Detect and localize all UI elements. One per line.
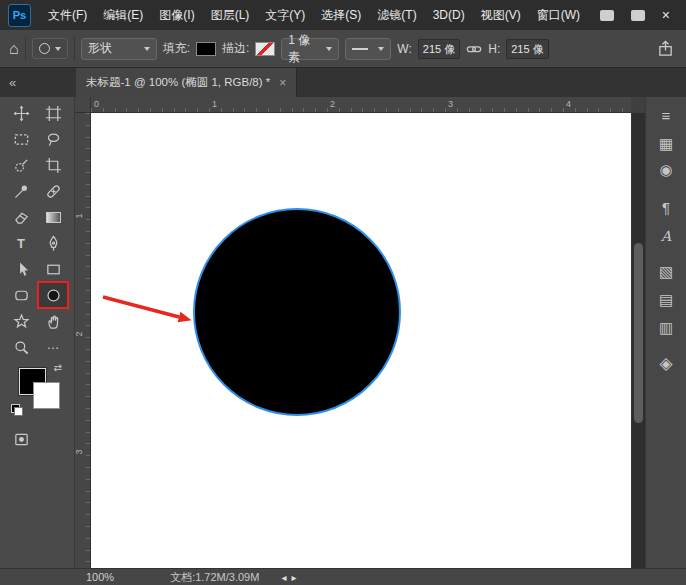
swatches-panel-icon[interactable]: ◉	[646, 159, 686, 181]
adjustments-panel-icon[interactable]: ▧	[646, 261, 686, 283]
hand-tool[interactable]	[37, 308, 69, 334]
status-nav: ◂ ▸	[281, 572, 296, 583]
gradient-icon	[46, 212, 61, 223]
info-panel-icon[interactable]: ▥	[646, 317, 686, 339]
double-chevron-icon: «	[9, 75, 16, 90]
close-button[interactable]: ×	[662, 8, 670, 22]
move-tool[interactable]	[5, 100, 37, 126]
annotation-highlight-box	[37, 281, 69, 309]
type-tool[interactable]: T	[5, 230, 37, 256]
document-canvas[interactable]	[91, 113, 631, 568]
minimize-button[interactable]	[600, 10, 614, 21]
horizontal-ruler[interactable]: 0 1 2 3 4	[91, 97, 631, 113]
menu-edit[interactable]: 编辑(E)	[95, 0, 151, 30]
paragraph-panel-icon[interactable]: ¶	[646, 197, 686, 219]
menu-select[interactable]: 选择(S)	[313, 0, 369, 30]
ruler-number: 2	[330, 99, 335, 109]
tool-preset-picker[interactable]	[32, 38, 68, 59]
lasso-tool[interactable]	[37, 126, 69, 152]
canvas-area: 0 1 2 3 4 1 2 3	[75, 97, 645, 568]
custom-shape-tool[interactable]	[5, 308, 37, 334]
pen-tool[interactable]	[37, 230, 69, 256]
ruler-number: 3	[448, 99, 453, 109]
background-color-swatch[interactable]	[33, 382, 60, 409]
photoshop-logo-icon: Ps	[8, 4, 31, 27]
status-right-arrow-icon[interactable]: ▸	[291, 572, 296, 583]
menu-layer[interactable]: 图层(L)	[203, 0, 258, 30]
menu-filter[interactable]: 滤镜(T)	[369, 0, 424, 30]
ruler-number: 1	[212, 99, 217, 109]
path-selection-tool[interactable]	[5, 256, 37, 282]
eyedropper-tool[interactable]	[5, 178, 37, 204]
vertical-scrollbar[interactable]	[631, 113, 645, 568]
crop-tool[interactable]	[37, 152, 69, 178]
menu-window[interactable]: 窗口(W)	[529, 0, 588, 30]
stroke-width-value: 1 像素	[288, 32, 318, 66]
link-dimensions-icon[interactable]	[466, 41, 482, 57]
rectangular-marquee-tool[interactable]	[5, 126, 37, 152]
swap-colors-icon[interactable]: ⇄	[54, 362, 62, 373]
properties-panel-icon[interactable]: ≡	[646, 105, 686, 127]
ellipse-shape[interactable]	[193, 208, 401, 416]
zoom-tool[interactable]	[5, 334, 37, 360]
quick-mask-button[interactable]	[5, 426, 37, 452]
status-left-arrow-icon[interactable]: ◂	[281, 572, 286, 583]
ruler-number: 3	[75, 449, 84, 454]
collapse-toolbar-chevron[interactable]: «	[0, 68, 76, 97]
menu-view[interactable]: 视图(V)	[473, 0, 529, 30]
color-grid-panel-icon[interactable]: ▦	[646, 133, 686, 155]
quick-selection-tool[interactable]	[5, 152, 37, 178]
menu-file[interactable]: 文件(F)	[40, 0, 95, 30]
shape-width-input[interactable]: 215 像	[418, 39, 460, 59]
status-bar: 100% 文档:1.72M/3.09M ◂ ▸	[0, 568, 686, 585]
chevron-down-icon	[55, 47, 61, 51]
artboard-tool[interactable]	[37, 100, 69, 126]
libraries-panel-icon[interactable]: ▤	[646, 289, 686, 311]
stroke-color-swatch[interactable]	[255, 42, 275, 56]
chevron-down-icon	[378, 47, 384, 51]
stroke-label: 描边:	[222, 40, 249, 57]
ruler-number: 4	[566, 99, 571, 109]
rectangle-tool[interactable]	[37, 256, 69, 282]
tool-mode-value: 形状	[88, 40, 112, 57]
menu-type[interactable]: 文字(Y)	[257, 0, 313, 30]
ruler-corner[interactable]	[75, 97, 91, 113]
stroke-style-select[interactable]	[345, 38, 391, 60]
document-tab-bar: « 未标题-1 @ 100% (椭圆 1, RGB/8) * ×	[0, 68, 686, 97]
tool-options-bar: ⌂ 形状 填充: 描边: 1 像素 W: 215 像	[0, 30, 686, 68]
screen-mode-spacer	[37, 426, 69, 452]
scrollbar-thumb[interactable]	[634, 243, 643, 423]
rounded-rectangle-tool[interactable]	[5, 282, 37, 308]
default-colors-icon[interactable]	[11, 404, 23, 416]
separator	[25, 37, 26, 61]
shape-height-input[interactable]: 215 像	[506, 39, 548, 59]
height-label: H:	[488, 42, 500, 56]
share-icon[interactable]	[657, 40, 674, 57]
workspace: T	[0, 97, 686, 568]
tab-close-icon[interactable]: ×	[279, 76, 286, 90]
type-tool-icon: T	[17, 237, 25, 250]
menu-bar: Ps 文件(F) 编辑(E) 图像(I) 图层(L) 文字(Y) 选择(S) 滤…	[0, 0, 686, 30]
fill-label: 填充:	[163, 40, 190, 57]
home-icon[interactable]: ⌂	[9, 41, 19, 57]
glyphs-panel-icon[interactable]: A	[646, 225, 686, 247]
ellipsis-icon: …	[47, 338, 60, 351]
stroke-width-select[interactable]: 1 像素	[281, 38, 339, 60]
stroke-style-line-icon	[352, 48, 368, 50]
layers-panel-icon[interactable]: ◈	[646, 353, 686, 375]
gradient-tool[interactable]	[37, 204, 69, 230]
zoom-level-field[interactable]: 100%	[86, 571, 114, 583]
separator	[74, 37, 75, 61]
tool-mode-select[interactable]: 形状	[81, 38, 157, 60]
spot-healing-brush-tool[interactable]	[37, 178, 69, 204]
vertical-ruler[interactable]: 1 2 3	[75, 113, 91, 568]
document-tab[interactable]: 未标题-1 @ 100% (椭圆 1, RGB/8) * ×	[76, 68, 297, 97]
more-options-button[interactable]: …	[37, 334, 69, 360]
document-tab-title: 未标题-1 @ 100% (椭圆 1, RGB/8) *	[86, 75, 270, 90]
eraser-tool[interactable]	[5, 204, 37, 230]
fill-color-swatch[interactable]	[196, 42, 216, 56]
restore-button[interactable]	[631, 10, 645, 21]
menu-3d[interactable]: 3D(D)	[425, 0, 473, 30]
menu-image[interactable]: 图像(I)	[151, 0, 202, 30]
tools-panel: T	[0, 97, 75, 568]
